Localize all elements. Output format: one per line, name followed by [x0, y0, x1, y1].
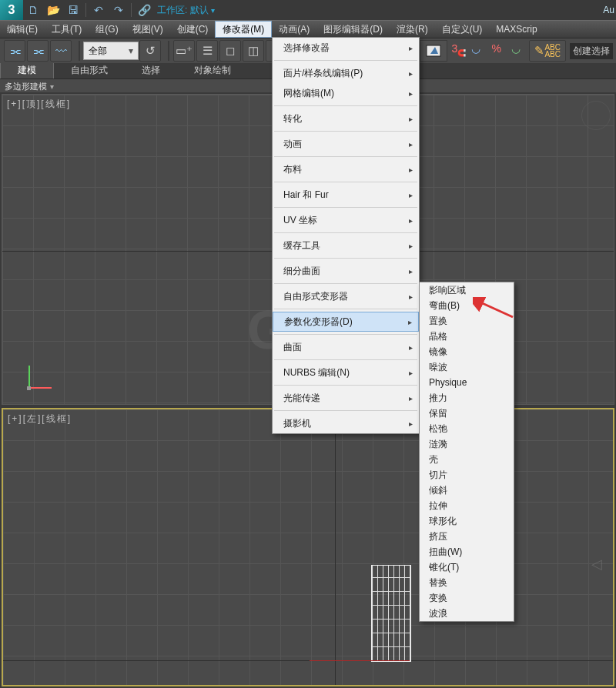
- viewcube-icon[interactable]: [581, 101, 611, 130]
- menu-bar: 编辑(E) 工具(T) 组(G) 视图(V) 创建(C) 修改器(M) 动画(A…: [0, 20, 616, 38]
- named-sets-icon[interactable]: ✎ABCABC: [529, 40, 566, 62]
- chevron-down-icon[interactable]: ▾: [50, 82, 54, 91]
- selection-filter-combo[interactable]: 全部: [83, 42, 139, 60]
- reset-selection-filter-icon[interactable]: ↺: [139, 40, 161, 62]
- submenu-relax[interactable]: 松弛: [420, 421, 514, 436]
- select-region-icon[interactable]: ◻: [219, 40, 241, 62]
- menu-item-ffd[interactable]: 自由形式变形器▸: [273, 286, 419, 306]
- submenu-taper[interactable]: 锥化(T): [420, 559, 514, 575]
- menu-item-selection-modifiers[interactable]: 选择修改器▸: [273, 38, 419, 58]
- undo-icon[interactable]: ↶: [89, 1, 108, 19]
- menu-create[interactable]: 创建(C): [170, 21, 216, 38]
- menu-item-conversion[interactable]: 转化▸: [273, 109, 419, 129]
- submenu-wave[interactable]: 波浪: [420, 606, 514, 621]
- tab-modeling[interactable]: 建模: [0, 62, 54, 78]
- menu-item-cameras[interactable]: 摄影机▸: [273, 413, 419, 433]
- menu-item-subdivision[interactable]: 细分曲面▸: [273, 261, 419, 281]
- spinner-snap-icon[interactable]: ◡: [511, 42, 528, 59]
- link-icon[interactable]: 🔗: [135, 1, 153, 19]
- svg-line-3: [479, 302, 513, 317]
- tab-object-paint[interactable]: 对象绘制: [177, 62, 248, 78]
- menu-item-patch-spline[interactable]: 面片/样条线编辑(P)▸: [273, 63, 419, 83]
- new-file-icon[interactable]: 🗋: [24, 1, 42, 19]
- window-crossing-icon[interactable]: ◫: [243, 40, 264, 62]
- steering-wheel-icon[interactable]: ◁: [591, 556, 608, 573]
- axis-z: [335, 409, 336, 685]
- scene-object[interactable]: [371, 565, 411, 662]
- app-title: Au: [603, 5, 614, 15]
- axis-x: [3, 660, 613, 661]
- annotation-arrow-icon: [473, 297, 517, 320]
- grid: [3, 409, 613, 685]
- submenu-ripple[interactable]: 涟漪: [420, 436, 514, 452]
- submenu-mirror[interactable]: 镜像: [420, 344, 514, 359]
- viewport-left[interactable]: [+][左][线框] ◁: [2, 408, 614, 686]
- select-link-icon[interactable]: ⫘: [4, 40, 25, 62]
- tab-selection[interactable]: 选择: [125, 62, 177, 78]
- viewport-top-label[interactable]: [+][顶][线框]: [7, 98, 71, 111]
- percent-snap-icon[interactable]: %: [491, 42, 508, 59]
- menu-maxscript[interactable]: MAXScrip: [489, 21, 538, 38]
- menu-item-animation[interactable]: 动画▸: [273, 134, 419, 154]
- unlink-icon[interactable]: ⫘: [27, 40, 49, 62]
- submenu-lattice[interactable]: 晶格: [420, 329, 514, 344]
- submenu-noise[interactable]: 噪波: [420, 359, 514, 375]
- create-selection-set[interactable]: 创建选择: [570, 43, 613, 59]
- submenu-preserve[interactable]: 保留: [420, 406, 514, 421]
- title-bar: 3 🗋 📂 🖫 ↶ ↷ 🔗 工作区: 默认 ▾ Au: [0, 0, 616, 20]
- select-by-name-icon[interactable]: ☰: [196, 40, 218, 62]
- parametric-deformers-submenu: 影响区域 弯曲(B) 置换 晶格 镜像 噪波 Physique 推力 保留 松弛…: [419, 282, 514, 622]
- render-setup-icon[interactable]: [420, 40, 447, 62]
- menu-item-parametric-deformers[interactable]: 参数化变形器(D)▸: [273, 312, 419, 332]
- axis-line: [310, 660, 410, 661]
- menu-item-surface[interactable]: 曲面▸: [273, 337, 419, 357]
- submenu-substitute[interactable]: 替换: [420, 575, 514, 590]
- submenu-stretch[interactable]: 拉伸: [420, 498, 514, 513]
- submenu-squeeze[interactable]: 挤压: [420, 529, 514, 544]
- menu-tools[interactable]: 工具(T): [45, 21, 89, 38]
- open-file-icon[interactable]: 📂: [44, 1, 62, 19]
- menu-views[interactable]: 视图(V): [126, 21, 170, 38]
- menu-item-mesh-editing[interactable]: 网格编辑(M)▸: [273, 83, 419, 103]
- submenu-slice[interactable]: 切片: [420, 467, 514, 483]
- menu-item-cache-tools[interactable]: 缓存工具▸: [273, 235, 419, 255]
- menu-render[interactable]: 渲染(R): [390, 21, 435, 38]
- submenu-skew[interactable]: 倾斜: [420, 483, 514, 498]
- app-logo-icon[interactable]: 3: [0, 0, 23, 20]
- menu-grapheditors[interactable]: 图形编辑器(D): [316, 21, 390, 38]
- menu-item-hair-fur[interactable]: Hair 和 Fur▸: [273, 185, 419, 205]
- quick-access-toolbar: 🗋 📂 🖫 ↶ ↷ 🔗 工作区: 默认 ▾: [23, 1, 215, 19]
- snap-toggles: 3🧲 ◡ % ◡: [451, 42, 528, 59]
- snap-3d-icon[interactable]: 3🧲: [451, 42, 468, 59]
- angle-snap-icon[interactable]: ◡: [471, 42, 488, 59]
- menu-edit[interactable]: 编辑(E): [0, 21, 45, 38]
- bind-spacewarp-icon[interactable]: 〰: [50, 40, 72, 62]
- save-file-icon[interactable]: 🖫: [64, 1, 82, 19]
- submenu-twist[interactable]: 扭曲(W): [420, 544, 514, 559]
- menu-group[interactable]: 组(G): [89, 21, 125, 38]
- modifiers-menu: 选择修改器▸ 面片/样条线编辑(P)▸ 网格编辑(M)▸ 转化▸ 动画▸ 布料▸…: [272, 37, 420, 434]
- menu-customize[interactable]: 自定义(U): [435, 21, 490, 38]
- menu-modifiers[interactable]: 修改器(M): [215, 21, 272, 38]
- menu-item-radiosity[interactable]: 光能传递▸: [273, 388, 419, 408]
- tab-freeform[interactable]: 自由形式: [54, 62, 125, 78]
- submenu-xform[interactable]: 变换: [420, 590, 514, 606]
- axis-gizmo-icon: [13, 361, 45, 393]
- submenu-spherify[interactable]: 球形化: [420, 513, 514, 529]
- select-object-icon[interactable]: ▭⁺: [173, 40, 195, 62]
- submenu-physique[interactable]: Physique: [420, 375, 514, 390]
- workspace-dropdown[interactable]: 工作区: 默认 ▾: [157, 4, 215, 17]
- menu-animation[interactable]: 动画(A): [272, 21, 316, 38]
- panel-poly-modeling[interactable]: 多边形建模: [5, 81, 47, 92]
- menu-item-cloth[interactable]: 布料▸: [273, 159, 419, 179]
- submenu-shell[interactable]: 壳: [420, 452, 514, 467]
- menu-item-nurbs[interactable]: NURBS 编辑(N)▸: [273, 362, 419, 382]
- redo-icon[interactable]: ↷: [109, 1, 128, 19]
- submenu-push[interactable]: 推力: [420, 390, 514, 406]
- viewport-left-label[interactable]: [+][左][线框]: [8, 412, 72, 426]
- menu-item-uv[interactable]: UV 坐标▸: [273, 210, 419, 230]
- submenu-affect-region[interactable]: 影响区域: [420, 282, 514, 298]
